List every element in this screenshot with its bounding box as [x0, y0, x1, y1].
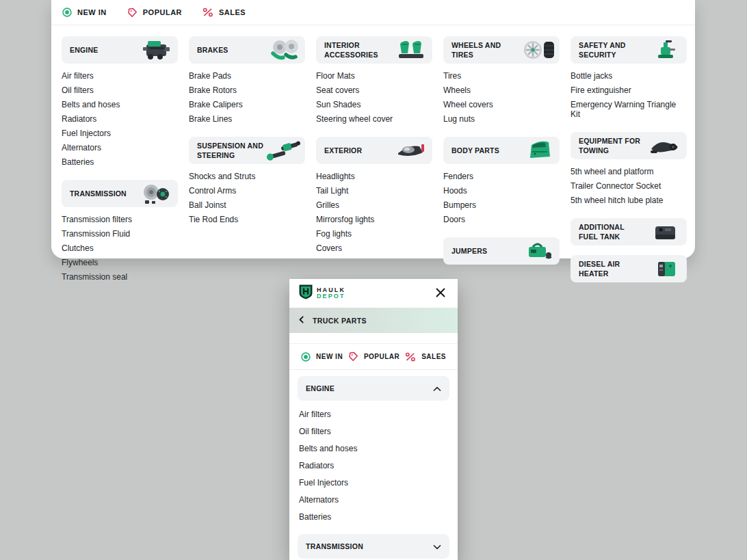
- menu-item-covers[interactable]: Covers: [316, 241, 432, 255]
- menu-item-fuel-injectors[interactable]: Fuel Injectors: [299, 474, 448, 491]
- menu-item-fenders[interactable]: Fenders: [443, 169, 560, 183]
- category-header-diesel-air-heater[interactable]: DIESEL AIR HEATER: [571, 255, 687, 282]
- mega-column: WHEELS AND TIRESTiresWheelsWheel coversL…: [443, 36, 560, 265]
- category-header-equipment-for-towing[interactable]: EQUIPMENT FOR TOWING: [571, 132, 687, 159]
- category-title: EXTERIOR: [324, 146, 362, 155]
- menu-item-brake-rotors[interactable]: Brake Rotors: [189, 83, 305, 97]
- logo-shield-icon: [298, 284, 313, 303]
- tab-label: NEW IN: [77, 8, 107, 16]
- menu-item-belts-and-hoses[interactable]: Belts and hoses: [299, 440, 448, 457]
- menu-item-radiators[interactable]: Radiators: [62, 111, 178, 126]
- menu-item-oil-filters[interactable]: Oil filters: [299, 423, 448, 440]
- menu-item-transmission-filters[interactable]: Transmission filters: [62, 212, 178, 226]
- popular-icon: [348, 351, 358, 362]
- mobile-tab-new-in[interactable]: NEW IN: [301, 352, 343, 362]
- body-photo-icon: [518, 139, 558, 162]
- menu-item-bumpers[interactable]: Bumpers: [443, 198, 560, 212]
- menu-item-bottle-jacks[interactable]: Bottle jacks: [571, 68, 687, 83]
- menu-item-tie-rod-ends[interactable]: Tie Rod Ends: [189, 212, 305, 226]
- mega-column: INTERIOR ACCESSORIESFloor MatsSeat cover…: [316, 36, 432, 256]
- accordion-engine[interactable]: ENGINE: [298, 376, 449, 401]
- menu-item-air-filters[interactable]: Air filters: [62, 68, 178, 83]
- category-header-additional-fuel-tank[interactable]: ADDITIONAL FUEL TANK: [571, 218, 687, 245]
- menu-item-emergency-warning-triangle-kit[interactable]: Emergency Warning Triangle Kit: [571, 97, 687, 121]
- menu-item-tail-light[interactable]: Tail Light: [316, 183, 432, 198]
- mega-menu-columns: ENGINEAir filtersOil filtersBelts and ho…: [51, 25, 695, 296]
- category-header-engine[interactable]: ENGINE: [62, 36, 178, 64]
- menu-item-sun-shades[interactable]: Sun Shades: [316, 97, 432, 111]
- interior-photo-icon: [391, 38, 430, 62]
- menu-item-brake-calipers[interactable]: Brake Calipers: [189, 97, 305, 111]
- menu-item-clutches[interactable]: Clutches: [62, 241, 178, 255]
- menu-item-brake-lines[interactable]: Brake Lines: [189, 111, 305, 126]
- menu-item-fuel-injectors[interactable]: Fuel Injectors: [62, 126, 178, 140]
- menu-item-steering-wheel-cover[interactable]: Steering wheel cover: [316, 111, 432, 126]
- menu-item-belts-and-hoses[interactable]: Belts and hoses: [62, 97, 178, 111]
- menu-item-batteries[interactable]: Batteries: [299, 508, 448, 525]
- menu-item-floor-mats[interactable]: Floor Mats: [316, 68, 432, 83]
- menu-item-fire-extinguisher[interactable]: Fire extinguisher: [571, 83, 687, 97]
- tab-label: NEW IN: [316, 353, 343, 360]
- menu-item-doors[interactable]: Doors: [443, 212, 560, 226]
- menu-item-oil-filters[interactable]: Oil filters: [62, 83, 178, 97]
- menu-item-ball-joinst[interactable]: Ball Joinst: [189, 198, 305, 212]
- menu-item-wheel-covers[interactable]: Wheel covers: [443, 97, 560, 111]
- haulk-depot-logo[interactable]: HAULK DEPOT: [298, 284, 345, 303]
- menu-item-fog-lights[interactable]: Fog lights: [316, 226, 432, 241]
- category-items: Bottle jacksFire extinguisherEmergency W…: [571, 64, 687, 122]
- mobile-tab-popular[interactable]: POPULAR: [348, 351, 399, 362]
- menu-item-grilles[interactable]: Grilles: [316, 198, 432, 212]
- menu-item-brake-pads[interactable]: Brake Pads: [189, 68, 305, 83]
- menu-item-control-arms[interactable]: Control Arms: [189, 183, 305, 198]
- heater-photo-icon: [645, 257, 685, 280]
- category-title: BODY PARTS: [451, 146, 499, 155]
- mobile-tab-sales[interactable]: SALES: [405, 352, 446, 362]
- menu-item-batteries[interactable]: Batteries: [62, 155, 178, 169]
- mega-tab-sales[interactable]: SALES: [202, 8, 246, 17]
- transmission-photo-icon: [136, 182, 176, 205]
- menu-item-transmission-seal[interactable]: Transmission seal: [62, 269, 178, 284]
- close-button[interactable]: [432, 284, 449, 303]
- mobile-menu-panel: HAULK DEPOT TRUCK PARTS NEW INPOPULARSAL…: [289, 279, 458, 560]
- category-title: DIESEL AIR HEATER: [579, 259, 645, 278]
- category-header-jumpers[interactable]: JUMPERS: [443, 237, 560, 265]
- menu-item-hoods[interactable]: Hoods: [443, 183, 560, 198]
- category-title: EQUIPMENT FOR TOWING: [579, 136, 645, 155]
- mega-tab-new-in[interactable]: NEW IN: [62, 8, 107, 17]
- category-header-exterior[interactable]: EXTERIOR: [316, 137, 432, 164]
- menu-item-tires[interactable]: Tires: [443, 68, 560, 83]
- category-header-body-parts[interactable]: BODY PARTS: [443, 137, 560, 164]
- category-header-safety-and-security[interactable]: SAFETY AND SECURITY: [571, 36, 687, 64]
- mobile-tabbar: NEW INPOPULARSALES: [289, 343, 458, 370]
- menu-item-5th-wheel-and-platform[interactable]: 5th wheel and platform: [571, 164, 687, 178]
- category-header-wheels-and-tires[interactable]: WHEELS AND TIRES: [443, 36, 560, 64]
- category-header-suspension-and-steering[interactable]: SUSPENSION AND STEERING: [189, 137, 305, 164]
- menu-item-air-filters[interactable]: Air filters: [299, 405, 448, 423]
- menu-item-headlights[interactable]: Headlights: [316, 169, 432, 183]
- menu-item-5th-wheel-hitch-lube-plate[interactable]: 5th wheel hitch lube plate: [571, 193, 687, 207]
- sales-icon: [405, 352, 416, 362]
- menu-item-transmission-fluid[interactable]: Transmission Fluid: [62, 226, 178, 241]
- menu-item-seat-covers[interactable]: Seat covers: [316, 83, 432, 97]
- menu-item-lug-nuts[interactable]: Lug nuts: [443, 111, 560, 126]
- menu-item-flywheels[interactable]: Flywheels: [62, 255, 178, 269]
- category-items: Floor MatsSeat coversSun ShadesSteering …: [316, 64, 432, 127]
- menu-item-mirrorsfog-lights[interactable]: Mirrorsfog lights: [316, 212, 432, 226]
- tab-label: SALES: [219, 8, 246, 16]
- chevron-left-icon: [299, 316, 304, 325]
- category-header-interior-accessories[interactable]: INTERIOR ACCESSORIES: [316, 36, 432, 64]
- menu-item-alternators[interactable]: Alternators: [299, 491, 448, 508]
- category-title: BRAKES: [197, 45, 228, 55]
- menu-item-wheels[interactable]: Wheels: [443, 83, 560, 97]
- category-header-transmission[interactable]: TRANSMISSION: [62, 180, 178, 207]
- menu-item-alternators[interactable]: Alternators: [62, 140, 178, 155]
- mega-tab-popular[interactable]: POPULAR: [127, 8, 182, 18]
- menu-item-trailer-connector-socket[interactable]: Trailer Connector Socket: [571, 178, 687, 193]
- back-truck-parts-bar[interactable]: TRUCK PARTS: [289, 308, 458, 333]
- category-header-brakes[interactable]: BRAKES: [189, 36, 305, 64]
- popular-icon: [127, 8, 137, 18]
- accordion-transmission[interactable]: TRANSMISSION: [298, 534, 449, 559]
- menu-item-radiators[interactable]: Radiators: [299, 457, 448, 474]
- mega-menu-tabbar: NEW INPOPULARSALES: [51, 0, 695, 25]
- menu-item-shocks-and-struts[interactable]: Shocks and Struts: [189, 169, 305, 183]
